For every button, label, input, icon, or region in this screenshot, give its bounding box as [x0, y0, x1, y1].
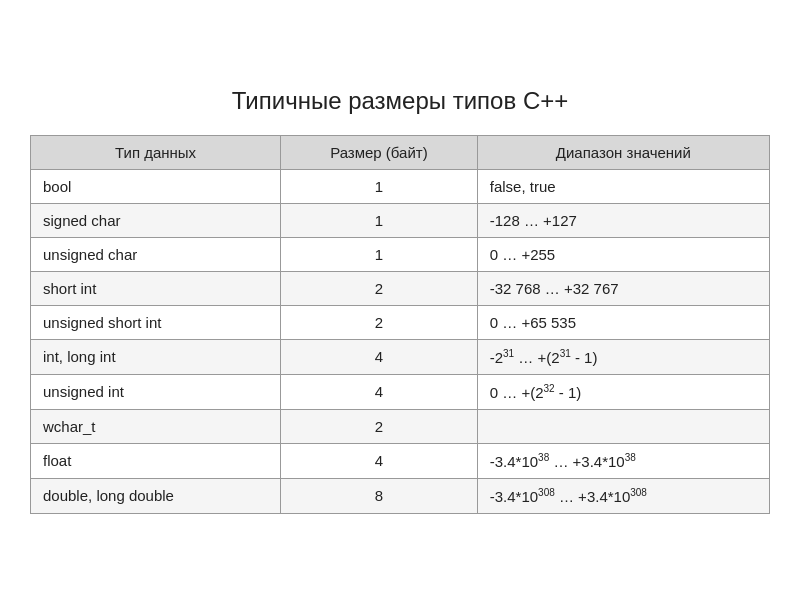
table-row: unsigned short int20 … +65 535: [31, 305, 770, 339]
cell-size: 2: [281, 409, 478, 443]
cell-range: -32 768 … +32 767: [477, 271, 769, 305]
cell-type: short int: [31, 271, 281, 305]
cell-type: signed char: [31, 203, 281, 237]
col-header-size: Размер (байт): [281, 135, 478, 169]
table-row: signed char1-128 … +127: [31, 203, 770, 237]
cell-size: 4: [281, 374, 478, 409]
cell-size: 1: [281, 237, 478, 271]
table-row: bool1false, true: [31, 169, 770, 203]
cell-range: false, true: [477, 169, 769, 203]
table-row: float4-3.4*1038 … +3.4*1038: [31, 443, 770, 478]
table-header-row: Тип данных Размер (байт) Диапазон значен…: [31, 135, 770, 169]
cell-range: -3.4*10308 … +3.4*10308: [477, 478, 769, 513]
table-row: unsigned int40 … +(232 - 1): [31, 374, 770, 409]
col-header-type: Тип данных: [31, 135, 281, 169]
cell-size: 8: [281, 478, 478, 513]
cell-type: unsigned char: [31, 237, 281, 271]
cell-size: 2: [281, 305, 478, 339]
table-row: unsigned char10 … +255: [31, 237, 770, 271]
page-title: Типичные размеры типов С++: [30, 87, 770, 115]
cell-size: 1: [281, 203, 478, 237]
table-body: bool1false, truesigned char1-128 … +127u…: [31, 169, 770, 513]
cell-type: wchar_t: [31, 409, 281, 443]
table-row: wchar_t2: [31, 409, 770, 443]
table-row: double, long double8-3.4*10308 … +3.4*10…: [31, 478, 770, 513]
cell-size: 4: [281, 339, 478, 374]
cell-range: 0 … +65 535: [477, 305, 769, 339]
table-row: short int2-32 768 … +32 767: [31, 271, 770, 305]
cell-type: double, long double: [31, 478, 281, 513]
cell-type: float: [31, 443, 281, 478]
cell-type: unsigned short int: [31, 305, 281, 339]
cell-range: 0 … +(232 - 1): [477, 374, 769, 409]
cell-type: bool: [31, 169, 281, 203]
cell-range: -3.4*1038 … +3.4*1038: [477, 443, 769, 478]
data-table: Тип данных Размер (байт) Диапазон значен…: [30, 135, 770, 514]
page-wrapper: Типичные размеры типов С++ Тип данных Ра…: [10, 67, 790, 534]
cell-range: -231 … +(231 - 1): [477, 339, 769, 374]
cell-type: unsigned int: [31, 374, 281, 409]
cell-type: int, long int: [31, 339, 281, 374]
cell-size: 1: [281, 169, 478, 203]
col-header-range: Диапазон значений: [477, 135, 769, 169]
cell-range: 0 … +255: [477, 237, 769, 271]
cell-range: -128 … +127: [477, 203, 769, 237]
table-row: int, long int4-231 … +(231 - 1): [31, 339, 770, 374]
cell-size: 4: [281, 443, 478, 478]
cell-range: [477, 409, 769, 443]
cell-size: 2: [281, 271, 478, 305]
